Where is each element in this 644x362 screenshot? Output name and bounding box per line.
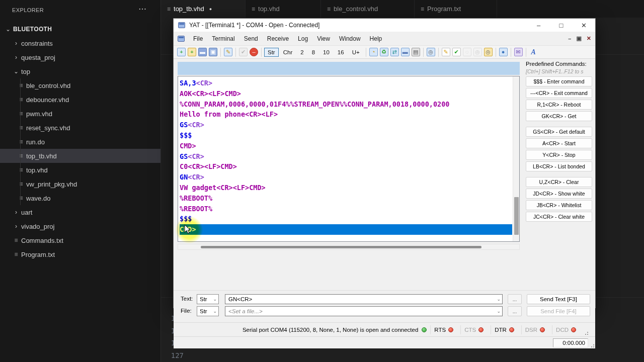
vertical-scrollbar-thumb[interactable] (514, 197, 519, 235)
predefined-button-a-cr-start[interactable]: A<CR> - Start (526, 138, 592, 148)
check-terminal-icon[interactable]: ✔ (452, 48, 461, 56)
radix-bin-button[interactable]: 2 (297, 48, 307, 57)
predefined-button-gk-cr-get[interactable]: GK<CR> - Get (526, 111, 592, 121)
predefined-button-gs-cr-get-default[interactable]: GS<CR> - Get default (526, 127, 592, 137)
chat-icon[interactable]: ● (499, 48, 508, 56)
copy-to-send-icon[interactable]: ⇄ (390, 48, 399, 56)
signal-rts[interactable]: RTS (430, 325, 457, 334)
monitor-line[interactable]: VW gadget<CR><LF>CMD> (180, 183, 512, 193)
predefined-button-r-1-cr-reboot[interactable]: R,1<CR> - Reboot (526, 100, 592, 110)
send-text-input[interactable]: GN<CR> ⌄ (225, 294, 503, 304)
text-browse-button[interactable]: ... (508, 294, 522, 304)
tree-item-debouncer-vhd[interactable]: ≡debouncer.vhd (0, 93, 160, 107)
tree-item-top[interactable]: ⌄top (0, 64, 160, 78)
tree-item-program-txt[interactable]: ≡Program.txt (0, 247, 160, 261)
monitor-line[interactable]: %REBOOT% (180, 193, 512, 204)
monitor-line[interactable]: C0<CR><LF>CMD> (180, 161, 512, 172)
radix-char-button[interactable]: Chr (280, 48, 296, 57)
radix-unicode-button[interactable]: U+ (349, 48, 363, 57)
tree-item-top-vhd[interactable]: ≡top.vhd (0, 163, 160, 177)
tree-item-bluetooth[interactable]: ⌄BLUETOOTH (0, 22, 160, 36)
tree-item-top-tb-vhd[interactable]: ≡top_tb.vhd (0, 149, 160, 163)
tree-item-uart[interactable]: ›uart (0, 205, 160, 219)
tree-item-commands-txt[interactable]: ≡Commands.txt (0, 233, 160, 247)
menu-window[interactable]: Window (335, 32, 365, 46)
menu-send[interactable]: Send (239, 32, 263, 46)
print-icon[interactable]: ▤ (412, 48, 420, 56)
more-actions-icon[interactable]: ⋯ (138, 4, 146, 14)
mdi-restore-button[interactable]: ▣ (576, 35, 581, 42)
monitor-line[interactable]: Hello from phone<CR><LF> (180, 109, 512, 120)
file-radix-dropdown[interactable]: Str ⌄ (197, 306, 219, 316)
vertical-scrollbar[interactable] (513, 76, 519, 241)
menu-log[interactable]: Log (293, 32, 312, 46)
edit-predefined-icon[interactable]: ✎ (442, 48, 450, 56)
open-file-icon[interactable]: + (188, 48, 196, 56)
tree-item-constraints[interactable]: ›constraints (0, 36, 160, 50)
close-button[interactable]: ✕ (573, 19, 595, 32)
predefined-button-cr-exit-command[interactable]: ---<CR> - Exit command (526, 88, 592, 98)
radix-dec-button[interactable]: 10 (319, 48, 333, 57)
save-icon[interactable]: ▬ (198, 48, 207, 56)
monitor-line[interactable]: $$$ (180, 214, 512, 224)
monitor-line[interactable]: $$$ (180, 130, 512, 141)
monitor-line-selected[interactable]: CMD> (180, 224, 512, 235)
menu-view[interactable]: View (312, 32, 335, 46)
mdi-close-button[interactable]: ✕ (587, 35, 591, 42)
show-timestamp-icon[interactable]: ◔ (369, 48, 378, 56)
file-browse-button[interactable]: ... (508, 306, 522, 316)
monitor-line[interactable]: AOK<CR><LF>CMD> (180, 88, 512, 99)
horizontal-scrollbar-thumb[interactable] (201, 246, 481, 248)
send-file-input[interactable]: <Set a file...> ⌄ (225, 306, 503, 316)
new-terminal-icon[interactable]: + (177, 48, 186, 56)
monitor-line[interactable]: %REBOOT% (180, 204, 512, 214)
terminal-monitor[interactable]: SA,3<CR>AOK<CR><LF>CMD>%CONN_PARAM,0006,… (178, 76, 520, 242)
menu-help[interactable]: Help (365, 32, 387, 46)
save-workspace-icon[interactable]: ▣ (209, 48, 217, 56)
format-icon[interactable]: A (529, 48, 538, 56)
tab-program-txt[interactable]: ≡Program.txt (415, 0, 497, 18)
text-radix-dropdown[interactable]: Str ⌄ (197, 294, 219, 304)
horizontal-scrollbar[interactable] (178, 244, 520, 250)
terminal-settings-icon[interactable]: ✎ (224, 48, 232, 56)
tree-item-questa-proj[interactable]: ›questa_proj (0, 50, 160, 64)
tree-item-pwm-vhd[interactable]: ≡pwm.vhd (0, 107, 160, 121)
menu-terminal[interactable]: Terminal (207, 32, 239, 46)
resize-grip-icon[interactable] (590, 343, 594, 347)
save-monitor-icon[interactable]: ▬ (401, 48, 410, 56)
menu-receive[interactable]: Receive (263, 32, 293, 46)
radix-hex-button[interactable]: 16 (334, 48, 348, 57)
tree-item-ble-control-vhd[interactable]: ≡ble_control.vhd (0, 78, 160, 93)
tab-ble-control-vhd[interactable]: ≡ble_control.vhd (321, 0, 415, 18)
tab-top-vhd[interactable]: ≡top.vhd (246, 0, 321, 18)
predefined-button-jb-cr-whitelist[interactable]: JB<CR> - Whitelist (526, 200, 592, 210)
close-terminal-icon[interactable]: – (250, 48, 258, 56)
menu-file[interactable]: File (189, 32, 207, 46)
find-icon[interactable]: ◎ (427, 48, 435, 56)
feedback-icon[interactable]: ✉ (514, 48, 523, 56)
tree-item-vw-print-pkg-vhd[interactable]: ≡vw_print_pkg.vhd (0, 177, 160, 191)
send-text-button[interactable]: Send Text [F3] (527, 294, 590, 304)
tree-item-vivado-proj[interactable]: ›vivado_proj (0, 219, 160, 233)
predefined-button-lb-cr-list-bonded[interactable]: LB<CR> - List bonded (526, 161, 592, 171)
tab-top-tb-vhd[interactable]: ≡top_tb.vhd● (161, 0, 246, 18)
log-open-icon[interactable]: ◎ (484, 48, 493, 56)
monitor-line[interactable]: CMD> (180, 141, 512, 151)
tree-item-run-do[interactable]: ≡run.do (0, 135, 160, 149)
predefined-button-u-z-cr-clear[interactable]: U,Z<CR> - Clear (526, 177, 592, 187)
radix-oct-button[interactable]: 8 (308, 48, 318, 57)
monitor-line[interactable]: SA,3<CR> (180, 78, 512, 88)
tree-item-wave-do[interactable]: ≡wave.do (0, 191, 160, 205)
maximize-button[interactable]: □ (550, 19, 573, 32)
auto-action-icon[interactable]: ♻ (380, 48, 388, 56)
predefined-button-jc-cr-clear-white[interactable]: JC<CR> - Clear white (526, 212, 592, 222)
mdi-minimize-button[interactable]: – (568, 36, 571, 42)
signal-dtr[interactable]: DTR (491, 325, 518, 334)
predefined-button-y-cr-stop[interactable]: Y<CR> - Stop (526, 150, 592, 160)
predefined-button-enter-command[interactable]: $$$ - Enter command (526, 76, 592, 86)
monitor-line[interactable]: GN<CR> (180, 172, 512, 183)
minimize-button[interactable]: – (527, 19, 550, 32)
monitor-line[interactable]: %CONN_PARAM,0006,0000,01F4%%STREAM_OPEN%… (180, 99, 512, 110)
radix-string-button[interactable]: Str (264, 48, 279, 57)
predefined-button-jd-cr-show-white[interactable]: JD<CR> - Show white (526, 189, 592, 199)
